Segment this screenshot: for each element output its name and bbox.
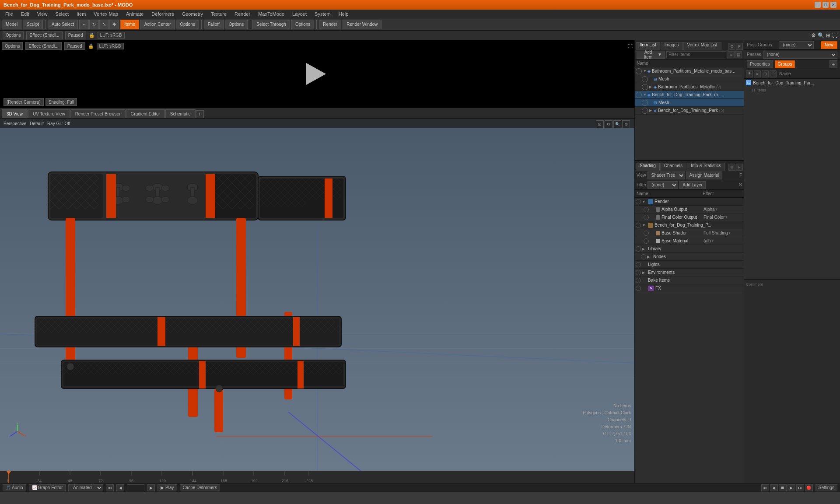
shader-settings-btn[interactable]: S xyxy=(739,182,742,187)
rotate-icon[interactable]: ↻ xyxy=(89,20,99,29)
viewport-reset-icon[interactable]: ↺ xyxy=(605,120,612,128)
eye-icon-2b[interactable] xyxy=(642,108,648,114)
eye-icon-1b[interactable] xyxy=(642,84,648,90)
menu-deformers[interactable]: Deformers xyxy=(148,10,177,18)
shader-eye-nodes[interactable] xyxy=(641,254,646,259)
animated-dropdown[interactable]: Animated xyxy=(68,484,103,491)
base-shader-dropdown-icon[interactable]: ▼ xyxy=(728,231,733,235)
tree-item-mesh-1[interactable]: ⊞ Mesh xyxy=(635,75,744,83)
model-button[interactable]: Model xyxy=(2,20,21,29)
shading-btn[interactable]: Shading: Full xyxy=(46,98,77,106)
item-list-flag-icon[interactable]: F xyxy=(736,43,743,50)
minimize-button[interactable]: ─ xyxy=(815,2,821,8)
preview-options-btn[interactable]: Options xyxy=(2,42,23,50)
alpha-dropdown-icon[interactable]: ▼ xyxy=(715,207,720,211)
menu-animate[interactable]: Animate xyxy=(122,10,147,18)
eye-icon-1[interactable] xyxy=(636,68,642,74)
menu-select[interactable]: Select xyxy=(52,10,72,18)
shader-eye-final[interactable] xyxy=(644,215,649,220)
tab-3d-view[interactable]: 3D View xyxy=(2,109,28,118)
options-button-3[interactable]: Options xyxy=(291,20,314,29)
scale-icon[interactable]: ⤡ xyxy=(99,20,109,29)
menu-help[interactable]: Help xyxy=(335,10,352,18)
passes-dropdown[interactable]: (none) xyxy=(763,51,837,59)
menu-system[interactable]: System xyxy=(311,10,334,18)
properties-button[interactable]: Properties xyxy=(747,60,773,68)
close-button[interactable]: ✕ xyxy=(830,2,836,8)
options-btn[interactable]: Options xyxy=(3,32,24,39)
shader-library[interactable]: ▶ Library xyxy=(635,245,744,253)
menu-texture[interactable]: Texture xyxy=(207,10,230,18)
settings-button[interactable]: Settings xyxy=(816,484,837,491)
play-label-button[interactable]: ▶ Play xyxy=(158,484,177,491)
add-item-button[interactable]: Add Item ▼ xyxy=(637,51,665,59)
new-button[interactable]: New xyxy=(821,41,837,49)
menu-item[interactable]: Item xyxy=(73,10,89,18)
shader-nodes[interactable]: ▶ Nodes xyxy=(635,253,744,261)
prev-button[interactable]: ◀ xyxy=(116,484,124,491)
menu-file[interactable]: File xyxy=(2,10,17,18)
shader-final-color[interactable]: Final Color Output Final Color ▼ xyxy=(635,214,744,221)
eye-icon-2[interactable] xyxy=(636,92,642,98)
menu-vertex-map[interactable]: Vertex Map xyxy=(90,10,122,18)
shader-render-group[interactable]: ▼ Render xyxy=(635,198,744,206)
ray-gl-label[interactable]: Ray GL: Off xyxy=(47,121,70,126)
shading-settings-icon[interactable]: ⚙ xyxy=(728,164,735,171)
shader-tree-dropdown[interactable]: Shader Tree xyxy=(648,172,685,179)
add-view-tab-button[interactable]: + xyxy=(196,110,204,118)
menu-render[interactable]: Render xyxy=(231,10,254,18)
timeline-ruler[interactable]: 0 24 48 72 96 120 144 168 xyxy=(0,471,634,483)
item-list-icon-1[interactable]: ≡ xyxy=(728,51,735,58)
groups-button[interactable]: Groups xyxy=(775,60,795,68)
tab-gradient-editor[interactable]: Gradient Editor xyxy=(126,109,165,118)
filter-items-input[interactable] xyxy=(666,51,726,58)
render-window-button[interactable]: Render Window xyxy=(343,20,382,29)
tree-item-mesh-2[interactable]: ⊞ Mesh xyxy=(635,99,744,107)
shader-bake-items[interactable]: Bake Items xyxy=(635,276,744,284)
tab-info-statistics[interactable]: Info & Statistics xyxy=(687,163,725,171)
play-preview-button[interactable] xyxy=(306,63,328,85)
item-list-settings-icon[interactable]: ⚙ xyxy=(728,43,735,50)
shader-eye-library[interactable] xyxy=(636,246,641,252)
tab-item-list[interactable]: Item List xyxy=(636,42,660,50)
final-dropdown-icon[interactable]: ▼ xyxy=(724,215,730,219)
eye-icon-1a[interactable] xyxy=(642,76,648,82)
filter-dropdown[interactable]: (none) xyxy=(648,181,678,189)
render-button[interactable]: Render xyxy=(319,20,341,29)
shader-eye-base-shader[interactable] xyxy=(644,231,649,236)
shader-eye-render[interactable] xyxy=(636,199,641,204)
transport-icon-1[interactable]: ⏮ xyxy=(761,484,769,491)
shader-base-material[interactable]: Base Material (all) ▼ xyxy=(635,237,744,245)
select-through-button[interactable]: Select Through xyxy=(252,20,290,29)
tab-shading[interactable]: Shading xyxy=(636,163,660,171)
transport-icon-5[interactable]: ⏭ xyxy=(796,484,804,491)
graph-editor-button[interactable]: 📈 Graph Editor xyxy=(29,484,66,491)
group-tree-bench[interactable]: G Bench_for_Dog_Training_Par... xyxy=(744,79,840,87)
menu-edit[interactable]: Edit xyxy=(18,10,33,18)
viewport-settings-icon[interactable]: ⚙ xyxy=(622,120,630,128)
preview-paused-btn[interactable]: Paused xyxy=(64,42,85,50)
cache-deformers-button[interactable]: Cache Deformers xyxy=(180,484,220,491)
action-center-button[interactable]: Action Center xyxy=(140,20,175,29)
eye-icon-2a[interactable] xyxy=(642,100,648,106)
prev-prev-button[interactable]: ⏮ xyxy=(106,484,114,491)
auto-select-button[interactable]: Auto Select xyxy=(48,20,78,29)
falloff-button[interactable]: Falloff xyxy=(204,20,224,29)
viewport-fit-icon[interactable]: ⊡ xyxy=(596,120,604,128)
menu-view[interactable]: View xyxy=(34,10,51,18)
tab-channels[interactable]: Channels xyxy=(660,163,686,171)
pass-groups-dropdown[interactable]: (none) xyxy=(779,41,814,49)
menu-layout[interactable]: Layout xyxy=(289,10,310,18)
shader-eye-bake[interactable] xyxy=(636,278,641,283)
shader-eye-fx[interactable] xyxy=(636,286,641,291)
shader-eye-lights[interactable] xyxy=(636,262,641,267)
transport-icon-4[interactable]: ▶ xyxy=(788,484,795,491)
tree-item-bathroom-partitions[interactable]: ▼ ◈ Bathroom_Partitions_Metallic_modo_ba… xyxy=(635,67,744,75)
shader-eye-alpha[interactable] xyxy=(644,207,649,212)
viewport-zoom-icon[interactable]: 🔍 xyxy=(613,120,621,128)
audio-button[interactable]: 🎵 Audio xyxy=(3,484,26,491)
window-controls[interactable]: ─ □ ✕ xyxy=(815,2,836,8)
tree-item-bathroom-partitions-sub[interactable]: ▶ ◈ Bathroom_Partitions_Metallic (2) xyxy=(635,83,744,91)
sculpt-button[interactable]: Sculpt xyxy=(23,20,43,29)
play-button[interactable]: ▶ xyxy=(147,484,155,491)
